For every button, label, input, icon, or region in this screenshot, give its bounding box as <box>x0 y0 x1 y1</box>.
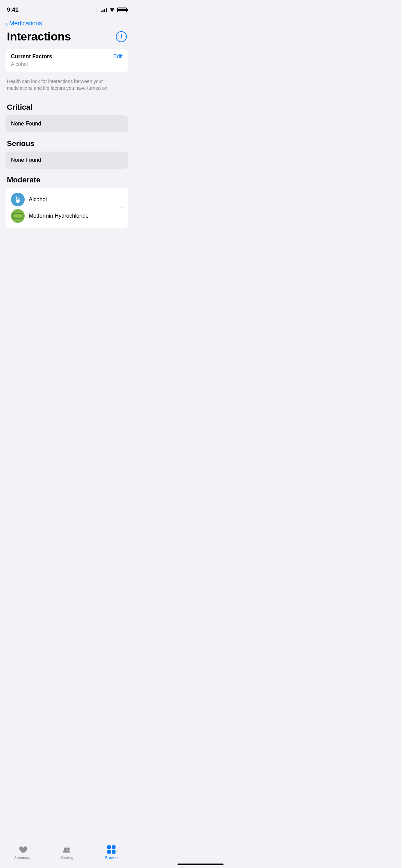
back-chevron-icon: ‹ <box>5 20 8 27</box>
current-factors-title: Current Factors <box>11 53 52 60</box>
current-factors-header: Current Factors Edit <box>11 53 123 60</box>
status-time: 9:41 <box>7 7 19 13</box>
info-button[interactable]: i <box>116 31 127 42</box>
moderate-interaction-card[interactable]: Alcohol Metformin Hydrochloride › <box>5 188 128 228</box>
moderate-section-title: Moderate <box>0 176 134 188</box>
helper-text: Health can look for interactions between… <box>0 75 134 97</box>
metformin-icon <box>11 209 25 223</box>
critical-none-found-text: None Found <box>11 121 41 126</box>
page-header: Interactions i <box>0 28 134 49</box>
status-bar: 9:41 <box>0 0 134 17</box>
metformin-row: Metformin Hydrochloride <box>11 209 121 223</box>
serious-section-title: Serious <box>0 139 134 152</box>
back-button[interactable]: ‹ Medications <box>0 17 134 28</box>
critical-section-title: Critical <box>0 103 134 115</box>
critical-none-found-card: None Found <box>5 115 128 132</box>
battery-icon <box>117 8 127 12</box>
back-label: Medications <box>9 20 42 27</box>
section-divider <box>5 97 128 97</box>
wifi-icon <box>109 8 115 12</box>
alcohol-label: Alcohol <box>29 196 47 203</box>
interaction-details: Alcohol Metformin Hydrochloride <box>11 193 121 223</box>
page-title: Interactions <box>7 30 71 43</box>
serious-none-found-text: None Found <box>11 157 41 163</box>
edit-button[interactable]: Edit <box>113 53 123 60</box>
serious-none-found-card: None Found <box>5 152 128 169</box>
main-content: Interactions i Current Factors Edit Alco… <box>0 28 134 269</box>
status-icons <box>101 8 127 12</box>
chevron-right-icon: › <box>121 204 123 212</box>
current-factors-card: Current Factors Edit Alcohol <box>5 49 128 72</box>
signal-strength-icon <box>101 8 107 12</box>
current-factors-value: Alcohol <box>11 61 28 67</box>
alcohol-row: Alcohol <box>11 193 121 206</box>
metformin-label: Metformin Hydrochloride <box>29 213 88 219</box>
svg-point-0 <box>17 200 19 202</box>
alcohol-icon <box>11 193 25 206</box>
